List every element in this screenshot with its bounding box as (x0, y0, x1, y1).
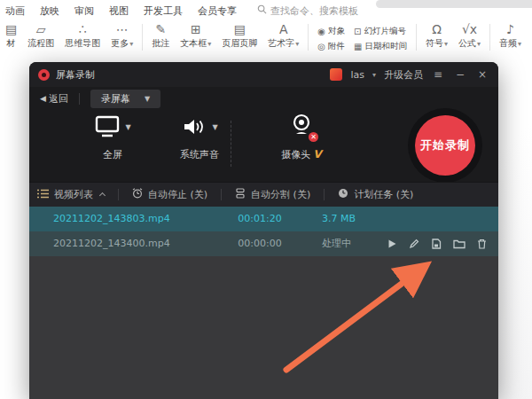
alarm-clock-icon (132, 188, 143, 201)
screen: 动画放映审阅视图开发工具会员专享查找命令、搜索模板 ▤材▱流程图∴思维导图⋯更多… (0, 0, 532, 399)
toolbar-item-label: 思维导图 (65, 37, 100, 50)
chevron-down-icon: ▼ (145, 95, 150, 103)
menu-item-1[interactable]: 放映 (40, 4, 59, 18)
toolbar-item-label: 更多 (111, 38, 129, 48)
toolbar-item-textbox[interactable]: ⊞文本框▾ (175, 22, 216, 50)
search-command-input[interactable]: 查找命令、搜索模板 (257, 4, 358, 18)
divider (221, 189, 222, 200)
toolbar-item-symbol[interactable]: Ω符号▾ (420, 22, 453, 50)
menu-item-4[interactable]: 开发工具 (144, 4, 183, 18)
toolbar-stacked-group: ◉对象⊡幻灯片编号◎附件▦日期和时间 (312, 22, 412, 54)
play-icon[interactable] (387, 239, 397, 249)
toolbar-item-attachment[interactable]: ◎附件 (317, 39, 345, 54)
toolbar-item-audio[interactable]: ♪音频▾ (494, 22, 527, 50)
toolbar-separator (142, 24, 143, 51)
asset-icon: ▤ (5, 22, 17, 37)
feature-tab-0[interactable]: 视频列表 (37, 188, 105, 201)
chevron-down-icon[interactable]: ▼ (212, 123, 217, 131)
feature-toolbar: 视频列表自动停止 (关)自动分割 (关)计划任务 (关) (29, 182, 498, 207)
office-toolbar: ▤材▱流程图∴思维导图⋯更多▾✎批注⊞文本框▾▤页眉页脚A艺术字▾◉对象⊡幻灯片… (0, 22, 532, 56)
toolbar-item-mindmap[interactable]: ∴思维导图 (59, 22, 106, 50)
split-icon (235, 188, 246, 201)
feature-tab-label: 自动停止 (关) (148, 188, 207, 201)
toolbar-group: ✎批注⊞文本框▾▤页眉页脚A艺术字▾ (146, 22, 304, 50)
account-avatar[interactable] (330, 68, 342, 81)
feature-tab-label: 视频列表 (54, 188, 93, 201)
camera-label: 摄像头V (262, 148, 341, 161)
camera-control[interactable]: ✕ 摄像头V (262, 110, 341, 161)
comment-icon: ✎ (155, 22, 166, 37)
toolbar-item-label-wrap: 公式▾ (458, 37, 481, 50)
window-navrow: ◀ 返回 录屏幕 ▼ (29, 87, 498, 110)
divider (118, 189, 119, 200)
more-icon: ⋯ (116, 22, 129, 37)
toolbar-item-formula[interactable]: √x公式▾ (453, 22, 486, 50)
textbox-icon: ⊞ (191, 22, 201, 37)
toolbar-item-label: 文本框 (180, 38, 207, 48)
edit-icon[interactable] (409, 239, 419, 249)
datetime-icon: ▦ (354, 43, 362, 51)
object-icon: ◉ (317, 27, 325, 36)
toolbar-item-label: 音频 (499, 38, 517, 48)
menu-item-0[interactable]: 动画 (5, 4, 25, 18)
minimize-button[interactable]: − (453, 68, 467, 81)
toolbar-item-header-footer[interactable]: ▤页眉页脚 (216, 22, 262, 50)
account-name[interactable]: las (350, 69, 364, 81)
back-label: 返回 (49, 92, 68, 106)
toolbar-group: Ω符号▾√x公式▾ (420, 22, 486, 50)
table-row[interactable]: 20211202_143803.mp400:01:203.7 MB (29, 207, 498, 231)
menu-icon[interactable]: ≡ (431, 68, 445, 81)
fullscreen-label: 全屏 (73, 148, 153, 161)
monitor-icon (94, 115, 121, 138)
record-mode-dropdown[interactable]: 录屏幕 ▼ (90, 90, 160, 108)
panel-edge (376, 0, 532, 8)
toolbar-item-more[interactable]: ⋯更多▾ (106, 22, 138, 50)
close-button[interactable]: × (475, 68, 489, 81)
open-folder-icon[interactable] (453, 239, 466, 249)
toolbar-item-label-wrap: 艺术字▾ (268, 37, 299, 50)
feature-tab-2[interactable]: 自动分割 (关) (235, 188, 310, 201)
chevron-down-icon: ▾ (477, 40, 481, 48)
feature-tab-3[interactable]: 计划任务 (关) (338, 188, 413, 201)
fullscreen-control[interactable]: ▼ 全屏 (73, 110, 153, 161)
toolbar-item-asset[interactable]: ▤材 (0, 22, 22, 50)
back-button[interactable]: ◀ 返回 (40, 92, 68, 106)
toolbar-item-flowchart[interactable]: ▱流程图 (22, 22, 59, 50)
chevron-down-icon: ▾ (207, 40, 211, 48)
formula-icon: √x (462, 22, 477, 37)
trash-icon[interactable] (477, 239, 487, 249)
toolbar-item-comment[interactable]: ✎批注 (146, 22, 175, 50)
save-icon[interactable] (431, 239, 442, 249)
toolbar-item-label: 公式 (458, 38, 476, 48)
toolbar-item-object[interactable]: ◉对象 (317, 24, 345, 39)
attachment-icon: ◎ (317, 43, 325, 51)
header-footer-icon: ▤ (234, 22, 246, 37)
symbol-icon: Ω (432, 22, 442, 37)
record-button-ring: 开始录制 (408, 108, 482, 183)
start-record-button[interactable]: 开始录制 (415, 115, 475, 176)
toolbar-item-label: 对象 (328, 26, 345, 37)
toolbar-item-slide-number[interactable]: ⊡幻灯片编号 (354, 24, 407, 39)
system-sound-control[interactable]: ▼ 系统声音 (160, 110, 239, 161)
account-chevron-icon[interactable]: ▾ (372, 71, 376, 79)
toolbar-item-label-wrap: 文本框▾ (180, 37, 211, 50)
toolbar-item-label-wrap: 更多▾ (111, 37, 133, 50)
toolbar-group: ▤材▱流程图∴思维导图⋯更多▾ (0, 22, 138, 50)
menu-item-2[interactable]: 审阅 (74, 4, 94, 18)
toolbar-item-wordart[interactable]: A艺术字▾ (262, 22, 304, 50)
toolbar-item-label: 附件 (328, 41, 345, 52)
toolbar-item-datetime[interactable]: ▦日期和时间 (354, 39, 407, 54)
toolbar-item-label: 流程图 (27, 37, 54, 50)
chevron-down-icon[interactable]: ▼ (125, 123, 130, 131)
menu-item-5[interactable]: 会员专享 (198, 4, 237, 18)
toolbar-item-video[interactable]: ▶视频▾ (527, 22, 532, 50)
feature-tab-label: 自动分割 (关) (251, 188, 310, 201)
window-titlebar: 屏幕录制 las ▾ 升级会员 ≡ − × (29, 62, 498, 87)
feature-tab-1[interactable]: 自动停止 (关) (132, 188, 207, 201)
upgrade-member-button[interactable]: 升级会员 (384, 68, 423, 82)
menu-item-3[interactable]: 视图 (109, 4, 129, 18)
table-row[interactable]: 20211202_143400.mp400:00:00处理中 (29, 231, 498, 256)
audio-icon: ♪ (506, 22, 514, 37)
toolbar-item-label: 材 (7, 37, 16, 50)
toolbar-item-label: 日期和时间 (364, 41, 407, 52)
